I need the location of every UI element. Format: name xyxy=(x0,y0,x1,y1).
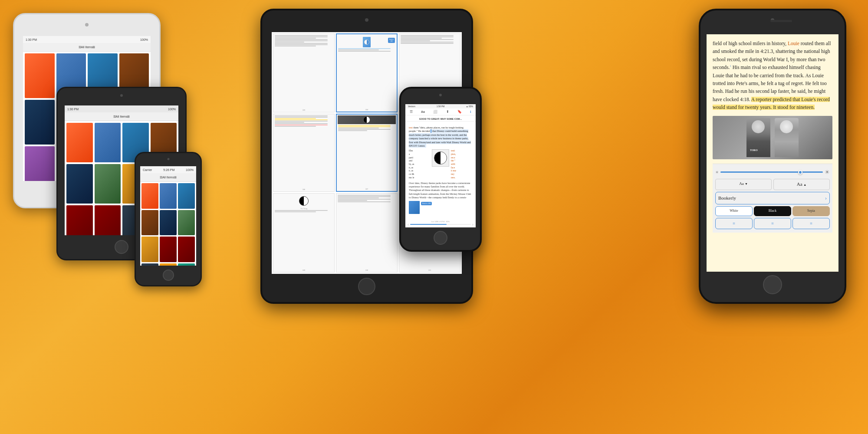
book-martian-iphone[interactable] xyxy=(141,237,158,262)
iphone-middle-status: Verizon 1:58 PM ▲ 83% xyxy=(405,104,476,108)
right-section: field of high school milers in history, … xyxy=(495,0,868,434)
kindle-toolbar: ☰ Aa ⬜ ⬆ 🔖 ℹ xyxy=(405,108,476,115)
kindle-text-1: text them "dirty, phony places, run by t… xyxy=(409,126,472,148)
reading-text-area: field of high school milers in history, … xyxy=(707,34,838,238)
toolbar-title-dark: All Items xyxy=(116,115,128,118)
layout-options-row: ≡ ≡ ≡ xyxy=(715,217,830,230)
status-time-dark: 1:30 PM xyxy=(67,108,79,111)
book-purple-white[interactable] xyxy=(25,146,55,181)
book-revival2-iphone[interactable] xyxy=(178,237,195,262)
brightness-thumb[interactable] xyxy=(798,170,802,174)
book-blue-iphone[interactable] xyxy=(178,183,195,209)
book-mountain-dark[interactable] xyxy=(95,164,121,204)
book-picoult-iphone[interactable] xyxy=(141,210,158,236)
highlight-louie-1: Louie xyxy=(788,41,799,46)
iphone-time: 5:26 PM xyxy=(163,168,174,171)
iphone-middle-home[interactable] xyxy=(434,231,447,245)
iphone-left-library xyxy=(140,182,196,266)
bookmark-icon[interactable]: 🔖 xyxy=(457,110,462,114)
font-large-label: Aa xyxy=(797,181,802,187)
page-thumb-2[interactable]: Back to188 184 xyxy=(336,33,398,112)
toolbar-sort: ⊞ xyxy=(92,46,95,49)
menu-icon[interactable]: ☰ xyxy=(410,110,413,114)
layout-right-button[interactable]: ≡ xyxy=(792,218,830,229)
book-black-iphone[interactable] xyxy=(141,263,158,266)
page-thumb-4[interactable]: 186 xyxy=(273,114,335,192)
kindle-progress-text: Loc 5206 of 5750 · 60% xyxy=(407,220,474,223)
ipad-dark-home[interactable] xyxy=(115,240,128,254)
page-icon[interactable]: ⬜ xyxy=(433,110,437,114)
iphone-right-speaker xyxy=(770,20,792,22)
book-kindle-white[interactable] xyxy=(25,53,55,98)
kindle-figure-area: lflesapartiandby, asn, asn. asco l&mo le… xyxy=(409,149,472,179)
font-decrease-button[interactable]: Aa ▼ xyxy=(715,179,772,190)
brightness-high-icon: ☀ xyxy=(825,168,830,177)
brightness-low-icon: ☀ xyxy=(715,169,719,175)
iphone-middle-screen: Verizon 1:58 PM ▲ 83% ☰ Aa ⬜ ⬆ 🔖 ℹ GOOD … xyxy=(405,104,476,227)
kindle-text-2: Over time, Disney theme parks have becom… xyxy=(409,181,472,200)
page-thumb-5[interactable]: 187 xyxy=(336,114,398,192)
page-thumb-7[interactable]: Yin Yang 189 xyxy=(273,193,335,273)
white-label: White xyxy=(730,209,738,213)
sepia-theme-button[interactable]: Sepia xyxy=(792,206,830,216)
page-thumb-1[interactable]: 183 xyxy=(273,33,335,112)
toolbar-title: All Items xyxy=(81,46,93,49)
ipad-large-camera xyxy=(365,18,368,22)
font-name-row[interactable]: Bookerly › xyxy=(715,192,830,204)
toolbar-sort-dark: ⊞ xyxy=(127,115,130,118)
ipad-dark-toolbar: ☰ All Items ⊞ xyxy=(65,112,178,121)
font-name-label: Bookerly xyxy=(718,194,736,202)
layout-left-button[interactable]: ≡ xyxy=(754,218,791,229)
book-mountain-iphone[interactable] xyxy=(178,210,195,236)
white-theme-button[interactable]: White xyxy=(715,206,753,216)
info-icon[interactable]: ℹ xyxy=(470,110,471,114)
font-increase-button[interactable]: Aa ▲ xyxy=(773,179,830,190)
book-whatif-iphone[interactable] xyxy=(160,183,177,209)
aa-icon[interactable]: Aa xyxy=(421,110,425,113)
font-small-label: Aa xyxy=(739,181,744,186)
page-thumb-8[interactable]: 190 xyxy=(336,193,398,273)
iphone-left: Carrier 5:26 PM 100% ☰ All Items ⊞ xyxy=(135,152,202,286)
font-size-row: Aa ▼ Aa ▲ xyxy=(715,178,830,191)
book-teal-iphone[interactable] xyxy=(178,263,195,266)
book-kingdom-iphone[interactable] xyxy=(160,210,177,236)
book-kindle-dark[interactable] xyxy=(66,123,93,162)
ipad-large-home[interactable] xyxy=(358,278,375,295)
status-time: 1:30 PM xyxy=(26,38,37,41)
ipad-dark-statusbar: 1:30 PM 100% xyxy=(65,105,178,112)
progress-fill xyxy=(410,224,447,225)
iphone-left-toolbar: ☰ All Items ⊞ xyxy=(140,173,196,182)
brightness-row: ☀ ☀ xyxy=(715,167,830,178)
book-kindle-iphone[interactable] xyxy=(141,183,158,209)
black-theme-button[interactable]: Black xyxy=(754,206,791,216)
iphone-left-camera xyxy=(167,158,169,160)
progress-bar[interactable] xyxy=(410,224,471,225)
black-label: Black xyxy=(769,209,777,213)
book-revival2-dark[interactable] xyxy=(95,205,121,236)
iphone-carrier: Carrier xyxy=(143,168,152,171)
status-battery: 100% xyxy=(140,38,148,41)
book-kingdom-white[interactable] xyxy=(25,100,55,145)
kindle-book-title: GOOD TO GREAT: WHY SOME COM... xyxy=(405,117,476,122)
book-revival-dark[interactable] xyxy=(66,205,93,236)
share-icon[interactable]: ⬆ xyxy=(446,110,449,114)
book-girl-iphone[interactable] xyxy=(160,263,177,266)
iphone-right-home[interactable] xyxy=(763,275,782,294)
back-to-label[interactable]: Back to 189 xyxy=(421,202,432,205)
ipad-white-camera xyxy=(85,23,89,26)
ipad-white-statusbar: 1:30 PM 100% xyxy=(23,36,151,43)
font-name-chevron: › xyxy=(825,194,827,202)
layout-justified-button[interactable]: ≡ xyxy=(715,218,753,229)
color-options-row: White Black Sepia xyxy=(715,205,830,217)
book-kingdom-dark[interactable] xyxy=(66,164,93,204)
iphone-left-home[interactable] xyxy=(163,270,174,281)
brightness-slider[interactable] xyxy=(720,171,823,173)
iphone-right-screen: field of high school milers in history, … xyxy=(707,34,838,272)
iphone-m-battery: ▲ 83% xyxy=(466,105,473,108)
settings-panel: ☀ ☀ Aa ▼ xyxy=(713,164,832,233)
reading-photo: TORO xyxy=(713,116,832,159)
reading-paragraph: field of high school milers in history, … xyxy=(713,39,832,112)
book-whatif-dark[interactable] xyxy=(95,123,121,162)
iphone-right: field of high school milers in history, … xyxy=(699,9,846,304)
book-revival-iphone[interactable] xyxy=(160,237,177,262)
